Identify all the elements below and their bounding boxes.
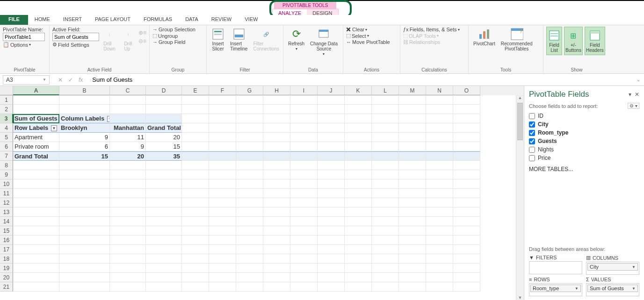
worksheet-grid[interactable]: ABCDEFGHIJKLMNO 123Sum of GuestsColumn L… (0, 86, 524, 300)
cell[interactable] (146, 207, 182, 217)
cell[interactable] (182, 217, 209, 226)
cell[interactable] (372, 245, 399, 254)
cell[interactable] (236, 151, 263, 161)
tab-file[interactable]: FILE (0, 15, 28, 25)
cell[interactable] (290, 189, 318, 198)
cell[interactable] (263, 282, 290, 292)
cell[interactable] (13, 273, 59, 282)
row-header-5[interactable]: 5 (0, 133, 13, 142)
cell[interactable] (59, 236, 110, 245)
cell[interactable] (426, 282, 453, 292)
cell[interactable] (426, 151, 453, 161)
cell[interactable] (13, 198, 59, 207)
insert-slicer-button[interactable]: Insert Slicer (210, 27, 226, 52)
cell[interactable] (372, 95, 399, 105)
column-header-H[interactable]: H (263, 86, 290, 95)
cell[interactable] (146, 245, 182, 254)
field-checkbox[interactable] (529, 147, 535, 153)
cell[interactable] (13, 95, 59, 105)
cell[interactable] (318, 133, 345, 142)
cell[interactable] (182, 170, 209, 179)
cell[interactable] (345, 282, 372, 292)
cell[interactable] (146, 179, 182, 189)
cell[interactable] (453, 114, 480, 123)
row-header-8[interactable]: 8 (0, 161, 13, 170)
cell[interactable] (146, 189, 182, 198)
cell[interactable] (59, 179, 110, 189)
move-pivottable-button[interactable]: ↔ Move PivotTable (346, 39, 397, 45)
cell[interactable] (146, 273, 182, 282)
cell[interactable]: Manhattan (110, 123, 146, 133)
cell[interactable] (399, 207, 426, 217)
column-header-I[interactable]: I (290, 86, 318, 95)
cell[interactable] (236, 282, 263, 292)
cell[interactable] (426, 142, 453, 151)
tab-insert[interactable]: INSERT (57, 15, 88, 25)
change-data-source-button[interactable]: Change Data Source ▾ (308, 27, 340, 57)
cell[interactable] (59, 161, 110, 170)
cell[interactable] (345, 217, 372, 226)
cell[interactable] (399, 189, 426, 198)
cell[interactable] (182, 189, 209, 198)
cell[interactable] (146, 105, 182, 114)
cell[interactable] (399, 114, 426, 123)
cell[interactable] (110, 245, 146, 254)
cell[interactable] (426, 170, 453, 179)
cell[interactable] (110, 273, 146, 282)
cell[interactable] (318, 123, 345, 133)
cell[interactable] (110, 105, 146, 114)
cell[interactable] (345, 254, 372, 264)
cell[interactable] (318, 114, 345, 123)
cell[interactable] (263, 95, 290, 105)
cell[interactable] (13, 217, 59, 226)
cell[interactable] (236, 245, 263, 254)
cell[interactable] (263, 198, 290, 207)
cell[interactable] (290, 273, 318, 282)
cell[interactable] (236, 217, 263, 226)
cell[interactable] (263, 217, 290, 226)
cell[interactable] (290, 207, 318, 217)
cell[interactable] (372, 123, 399, 133)
cell[interactable]: Brooklyn (59, 123, 110, 133)
tab-view[interactable]: VIEW (238, 15, 264, 25)
cell[interactable] (453, 105, 480, 114)
cell[interactable] (318, 236, 345, 245)
cell[interactable] (209, 105, 236, 114)
cell[interactable] (372, 151, 399, 161)
cell[interactable] (453, 179, 480, 189)
cell[interactable] (236, 161, 263, 170)
cell[interactable] (110, 217, 146, 226)
vertical-scrollbar[interactable] (516, 95, 524, 300)
row-header-21[interactable]: 21 (0, 282, 13, 292)
cell[interactable] (345, 142, 372, 151)
row-header-1[interactable]: 1 (0, 95, 13, 105)
column-header-M[interactable]: M (399, 86, 426, 95)
cell[interactable] (318, 179, 345, 189)
cell[interactable] (426, 273, 453, 282)
cell[interactable] (372, 207, 399, 217)
field-checkbox[interactable] (529, 130, 535, 136)
cell[interactable] (110, 254, 146, 264)
cell[interactable] (453, 133, 480, 142)
cell[interactable] (236, 273, 263, 282)
cell[interactable] (209, 114, 236, 123)
cell[interactable] (182, 236, 209, 245)
column-header-F[interactable]: F (209, 86, 236, 95)
close-pane-icon[interactable]: ✕ (635, 91, 639, 98)
column-header-L[interactable]: L (372, 86, 399, 95)
cell[interactable] (372, 189, 399, 198)
cell[interactable] (236, 105, 263, 114)
pivotchart-button[interactable]: PivotChart (471, 27, 497, 47)
cell[interactable] (318, 151, 345, 161)
cell[interactable] (13, 282, 59, 292)
formula-input[interactable] (88, 76, 509, 83)
column-header-D[interactable]: D (146, 86, 182, 95)
cell[interactable] (236, 264, 263, 273)
cell[interactable] (59, 207, 110, 217)
row-header-6[interactable]: 6 (0, 142, 13, 151)
cell[interactable] (345, 179, 372, 189)
tab-home[interactable]: HOME (28, 15, 57, 25)
cell[interactable] (453, 170, 480, 179)
cell[interactable] (209, 170, 236, 179)
cell[interactable] (318, 170, 345, 179)
